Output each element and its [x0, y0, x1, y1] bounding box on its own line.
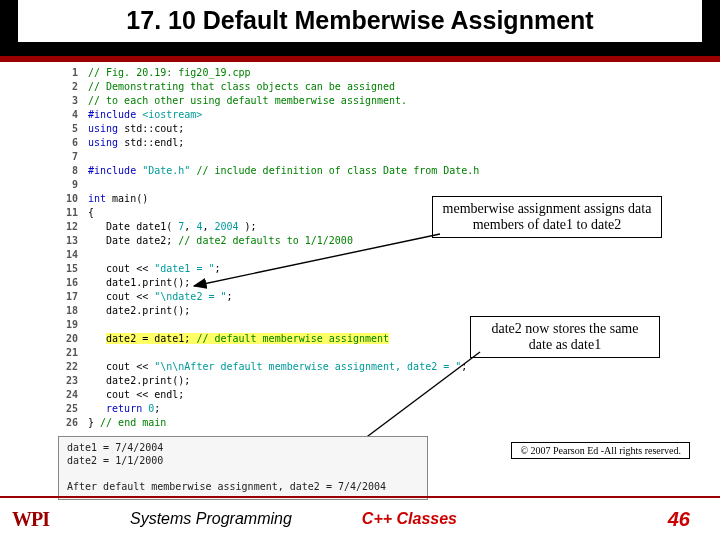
footer-topic: C++ Classes: [362, 510, 457, 528]
footer-page-number: 46: [668, 508, 690, 531]
code-line: 22 cout << "\n\nAfter default memberwise…: [58, 360, 608, 374]
code-line: 2// Demonstrating that class objects can…: [58, 80, 608, 94]
output-line: date2 = 1/1/2000: [67, 454, 419, 467]
code-line: 1// Fig. 20.19: fig20_19.cpp: [58, 66, 608, 80]
code-line: 23 date2.print();: [58, 374, 608, 388]
code-line: 17 cout << "\ndate2 = ";: [58, 290, 608, 304]
program-output: date1 = 7/4/2004 date2 = 1/1/2000 After …: [58, 436, 428, 500]
code-line: 15 cout << "date1 = ";: [58, 262, 608, 276]
slide-footer: WPI Systems Programming C++ Classes 46: [0, 496, 720, 540]
code-line: 4#include <iostream>: [58, 108, 608, 122]
code-line: 14: [58, 248, 608, 262]
output-line: [67, 467, 419, 480]
slide-header: 17. 10 Default Memberwise Assignment: [0, 0, 720, 56]
copyright-notice: © 2007 Pearson Ed -All rights reserved.: [511, 442, 690, 459]
code-line: 6using std::endl;: [58, 136, 608, 150]
code-listing: 1// Fig. 20.19: fig20_19.cpp2// Demonstr…: [58, 66, 608, 430]
code-line: 9: [58, 178, 608, 192]
code-line: 7: [58, 150, 608, 164]
callout-date2-result: date2 now stores the same date as date1: [470, 316, 660, 358]
code-line: 3// to each other using default memberwi…: [58, 94, 608, 108]
code-line: 26} // end main: [58, 416, 608, 430]
footer-course: Systems Programming: [130, 510, 292, 528]
code-line: 25 return 0;: [58, 402, 608, 416]
header-red-bar: [0, 56, 720, 62]
output-line: date1 = 7/4/2004: [67, 441, 419, 454]
code-line: 8#include "Date.h" // include definition…: [58, 164, 608, 178]
callout-memberwise-assignment: memberwise assignment assigns data membe…: [432, 196, 662, 238]
code-line: 24 cout << endl;: [58, 388, 608, 402]
output-line: After default memberwise assignment, dat…: [67, 480, 419, 493]
code-line: 16 date1.print();: [58, 276, 608, 290]
slide-title: 17. 10 Default Memberwise Assignment: [18, 0, 702, 42]
wpi-logo: WPI: [12, 505, 70, 533]
code-line: 5using std::cout;: [58, 122, 608, 136]
